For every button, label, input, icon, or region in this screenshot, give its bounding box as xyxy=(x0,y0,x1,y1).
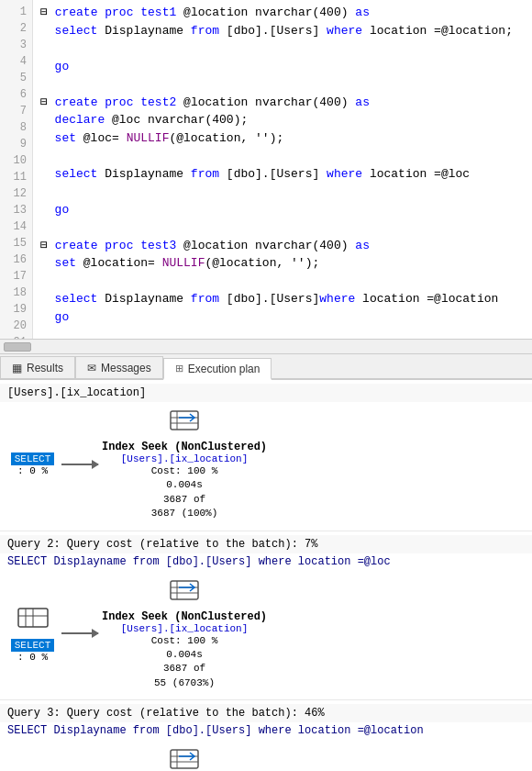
query-block-2: Query 2: Query cost (relative to the bat… xyxy=(0,531,532,701)
code-line: go xyxy=(40,58,525,76)
svg-rect-0 xyxy=(171,411,198,430)
tab-execution-plan[interactable]: ⊞Execution plan xyxy=(163,358,272,380)
query-header: Query 3: Query cost (relative to the bat… xyxy=(0,704,532,722)
scrollbar-thumb[interactable] xyxy=(4,342,31,352)
code-line xyxy=(40,326,525,339)
seek-node: Index Seek (NonClustered) [Users].[ix_lo… xyxy=(102,746,267,769)
message-icon: ✉ xyxy=(87,362,96,374)
select-cost: : 0 % xyxy=(17,465,48,476)
code-line xyxy=(40,147,525,165)
code-line: set @loc= NULLIF(@location, ''); xyxy=(40,129,525,148)
execution-diagram: SELECT : 0 % Index Seek (NonC xyxy=(0,741,532,769)
node-type: Index Seek (NonClustered) xyxy=(102,610,267,623)
query-header: [Users].[ix_location] xyxy=(0,384,532,402)
exec-arrow xyxy=(61,464,98,465)
select-cost: : 0 % xyxy=(17,652,48,663)
code-line: set @location= NULLIF(@location, ''); xyxy=(40,254,525,273)
code-line: declare @loc nvarchar(400); xyxy=(40,111,525,129)
grid-icon: ▦ xyxy=(12,362,22,374)
code-line xyxy=(40,273,525,291)
select-node: SELECT : 0 % xyxy=(7,604,58,663)
tabs-area: ▦Results✉Messages⊞Execution plan xyxy=(0,354,532,380)
seek-icon xyxy=(170,746,199,769)
select-label: SELECT xyxy=(11,453,55,465)
node-type: Index Seek (NonClustered) xyxy=(102,441,267,453)
query-block-3: Query 3: Query cost (relative to the bat… xyxy=(0,700,532,769)
code-line: go xyxy=(40,201,525,219)
code-line: select Displayname from [dbo].[Users]whe… xyxy=(40,290,525,308)
results-area[interactable]: [Users].[ix_location] SELECT : 0 % xyxy=(0,380,532,769)
seek-node: Index Seek (NonClustered) [Users].[ix_lo… xyxy=(102,408,267,521)
seek-icon xyxy=(170,577,199,609)
query-sql: SELECT Displayname from [dbo].[Users] wh… xyxy=(0,722,532,741)
tab-label: Execution plan xyxy=(188,363,260,375)
code-line: select Displayname from [dbo].[Users] wh… xyxy=(40,165,525,184)
node-details: Cost: 100 % 0.004s 3687 of 3687 (100%) xyxy=(151,464,218,521)
line-numbers: 12345678910111213141516171819202122 xyxy=(0,0,33,339)
tab-label: Results xyxy=(27,362,63,374)
node-label: [Users].[ix_location] xyxy=(121,623,249,634)
code-line: ⊟ create proc test1 @location nvarchar(4… xyxy=(40,4,525,22)
code-line: ⊟ create proc test3 @location nvarchar(4… xyxy=(40,237,525,255)
tab-label: Messages xyxy=(101,362,151,374)
code-editor[interactable]: 12345678910111213141516171819202122 ⊟ cr… xyxy=(0,0,532,340)
code-content[interactable]: ⊟ create proc test1 @location nvarchar(4… xyxy=(33,0,532,339)
code-line: select Displayname from [dbo].[Users] wh… xyxy=(40,22,525,40)
svg-rect-9 xyxy=(171,581,198,599)
svg-rect-18 xyxy=(171,750,198,768)
code-line: ⊟ create proc test2 @location nvarchar(4… xyxy=(40,94,525,112)
horizontal-scrollbar[interactable] xyxy=(0,340,532,354)
query-block-1: [Users].[ix_location] SELECT : 0 % xyxy=(0,380,532,531)
seek-icon xyxy=(170,408,199,439)
execution-icon: ⊞ xyxy=(175,363,183,374)
select-node: SELECT : 0 % xyxy=(7,453,58,476)
code-line: go xyxy=(40,308,525,327)
execution-diagram: SELECT : 0 % Index Seek (NonC xyxy=(0,572,532,697)
code-line xyxy=(40,183,525,201)
execution-diagram: SELECT : 0 % Index Seek (NonC xyxy=(0,402,532,527)
node-details: Cost: 100 % 0.004s 3687 of 55 (6703%) xyxy=(151,634,218,691)
code-line xyxy=(40,75,525,94)
query-sql: SELECT Displayname from [dbo].[Users] wh… xyxy=(0,553,532,572)
exec-arrow xyxy=(61,632,98,634)
code-line xyxy=(40,218,525,237)
query-header: Query 2: Query cost (relative to the bat… xyxy=(0,535,532,553)
node-label: [Users].[ix_location] xyxy=(121,453,249,464)
select-label: SELECT xyxy=(11,639,55,652)
code-line xyxy=(40,39,525,58)
tab-results[interactable]: ▦Results xyxy=(0,356,75,378)
seek-node: Index Seek (NonClustered) [Users].[ix_lo… xyxy=(102,577,267,691)
tab-messages[interactable]: ✉Messages xyxy=(75,356,163,378)
